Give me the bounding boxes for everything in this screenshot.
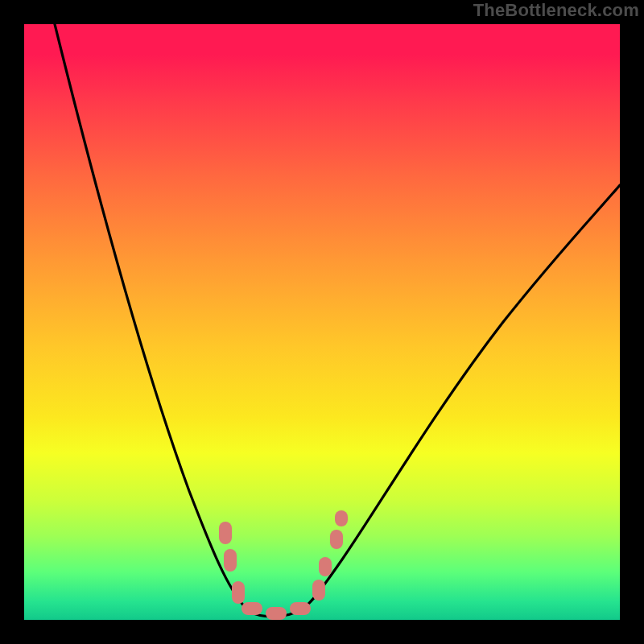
curve-path (55, 24, 620, 617)
plot-area (24, 24, 620, 620)
svg-rect-7 (319, 557, 332, 576)
data-markers (219, 510, 348, 620)
svg-rect-5 (290, 602, 311, 615)
bottleneck-curve (24, 24, 620, 620)
svg-rect-4 (266, 607, 287, 620)
svg-rect-6 (312, 580, 325, 601)
svg-rect-0 (219, 522, 232, 544)
chart-frame: TheBottleneck.com (0, 0, 644, 644)
svg-rect-3 (242, 602, 262, 615)
svg-rect-9 (335, 510, 348, 526)
svg-rect-1 (224, 549, 237, 572)
brand-watermark: TheBottleneck.com (473, 2, 639, 19)
svg-rect-2 (232, 581, 245, 604)
svg-rect-8 (330, 530, 343, 549)
